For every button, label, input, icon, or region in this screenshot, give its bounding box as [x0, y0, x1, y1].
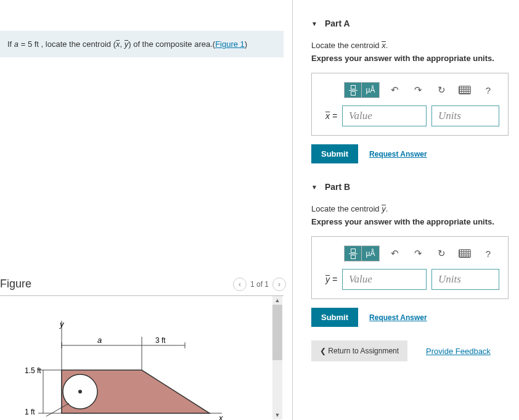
svg-text:1.5 ft: 1.5 ft — [25, 366, 41, 375]
figure-next-button[interactable]: › — [272, 278, 286, 291]
part-a-submit-button[interactable]: Submit — [311, 144, 358, 163]
template-picker-icon[interactable] — [345, 246, 362, 261]
special-chars-button[interactable]: μÅ — [362, 246, 379, 261]
collapse-icon: ▼ — [311, 20, 317, 27]
problem-statement: If a = 5 ft , locate the centroid (x, y)… — [0, 31, 284, 57]
part-b-instr: Locate the centroid y. — [311, 204, 519, 213]
part-b-header[interactable]: ▼ Part B — [311, 182, 519, 192]
part-a-units-input[interactable]: Units — [431, 105, 499, 126]
svg-text:3 ft: 3 ft — [155, 336, 166, 345]
scroll-thumb[interactable] — [272, 305, 282, 360]
undo-icon[interactable]: ↶ — [386, 246, 403, 261]
undo-icon[interactable]: ↶ — [386, 83, 403, 97]
redo-icon[interactable]: ↷ — [409, 83, 427, 97]
scroll-down-icon[interactable]: ▼ — [272, 411, 282, 419]
svg-text:1 ft: 1 ft — [25, 408, 35, 416]
part-a-value-input[interactable]: Value — [342, 105, 427, 126]
return-to-assignment-button[interactable]: ❮ Return to Assignment — [311, 340, 407, 361]
provide-feedback-link[interactable]: Provide Feedback — [426, 347, 491, 356]
part-b-submit-button[interactable]: Submit — [311, 308, 358, 327]
help-icon[interactable]: ? — [480, 83, 497, 97]
collapse-icon: ▼ — [311, 184, 317, 191]
figure-scrollbar[interactable]: ▲ ▼ — [272, 296, 282, 419]
scroll-up-icon[interactable]: ▲ — [272, 296, 282, 305]
reset-icon[interactable]: ↻ — [433, 246, 450, 261]
part-a-instr: Locate the centroid x. — [311, 41, 519, 50]
part-a-header[interactable]: ▼ Part A — [311, 19, 519, 28]
part-a-request-answer-link[interactable]: Request Answer — [369, 150, 427, 159]
part-b-instr-bold: Express your answer with the appropriate… — [311, 217, 519, 226]
svg-point-6 — [78, 390, 82, 393]
figure-prev-button[interactable]: ‹ — [233, 278, 247, 291]
redo-icon[interactable]: ↷ — [409, 246, 427, 261]
reset-icon[interactable]: ↻ — [433, 83, 450, 97]
svg-text:x: x — [218, 413, 223, 420]
keyboard-icon[interactable] — [456, 83, 473, 97]
help-icon[interactable]: ? — [480, 246, 497, 261]
template-picker-icon[interactable] — [345, 83, 362, 97]
part-a-instr-bold: Express your answer with the appropriate… — [311, 54, 519, 63]
special-chars-button[interactable]: μÅ — [362, 83, 379, 97]
svg-text:a: a — [97, 336, 102, 345]
part-b-value-input[interactable]: Value — [342, 269, 427, 290]
keyboard-icon[interactable] — [456, 246, 473, 261]
figure-diagram: y x a 3 ft 1.5 ft 1 ft — [25, 321, 228, 420]
part-b-input-box: μÅ ↶ ↷ ↻ ? y = Value Units — [311, 236, 509, 299]
figure-link[interactable]: Figure 1 — [215, 39, 245, 49]
part-b-units-input[interactable]: Units — [431, 269, 499, 290]
svg-text:y: y — [59, 321, 65, 329]
part-a-input-box: μÅ ↶ ↷ ↻ ? x = Value Units — [311, 73, 509, 136]
part-b-request-answer-link[interactable]: Request Answer — [369, 313, 427, 322]
figure-counter: 1 of 1 — [250, 280, 269, 289]
